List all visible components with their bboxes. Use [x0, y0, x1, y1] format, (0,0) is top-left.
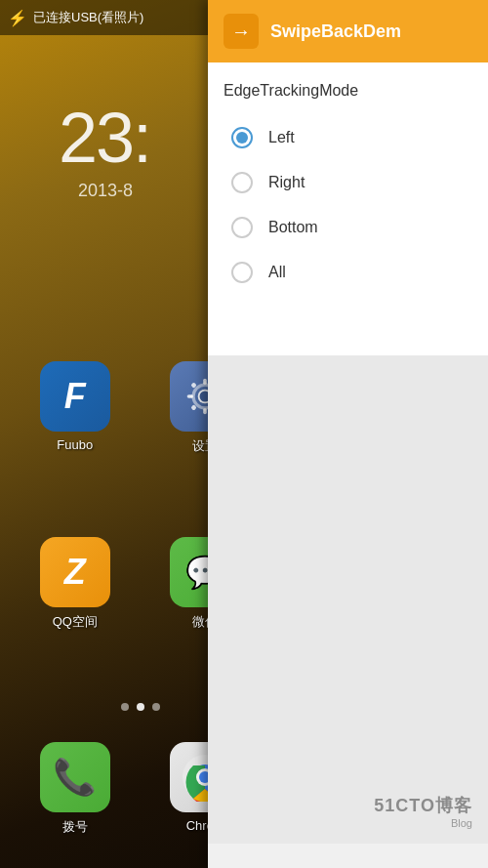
svg-rect-3 [203, 379, 207, 385]
radio-left [231, 127, 253, 148]
panel-header: → SwipeBackDem [208, 0, 488, 62]
arrow-right-icon: → [231, 21, 251, 43]
dot-2 [137, 703, 144, 711]
radio-left-inner [236, 132, 248, 144]
time-display: 23: [59, 98, 150, 178]
option-bottom[interactable]: Bottom [224, 205, 472, 250]
option-all[interactable]: All [224, 250, 472, 295]
fuubo-label: Fuubo [57, 437, 93, 452]
radio-right [231, 172, 253, 193]
usb-icon: ⚡ [8, 9, 27, 27]
option-left[interactable]: Left [224, 115, 472, 160]
watermark-text: 51CTO博客 [374, 794, 472, 817]
watermark: 51CTO博客 Blog [374, 794, 472, 829]
option-right-label: Right [268, 174, 305, 191]
app-phone[interactable]: 📞 拨号 [36, 742, 114, 836]
phone-label: 拨号 [62, 818, 88, 836]
svg-rect-5 [187, 394, 193, 398]
dot-1 [121, 703, 129, 711]
option-all-label: All [268, 264, 286, 281]
radio-all [231, 262, 253, 283]
option-left-label: Left [268, 129, 295, 146]
date-display: 2013-8 [78, 181, 133, 201]
dot-3 [152, 703, 160, 711]
panel-gray-area [208, 355, 488, 844]
panel-content: EdgeTrackingMode Left Right Bottom All [208, 62, 488, 355]
phone-icon: 📞 [40, 742, 110, 812]
app-qq[interactable]: Z QQ空间 [36, 537, 114, 631]
swipeback-panel: → SwipeBackDem EdgeTrackingMode Left Rig… [208, 0, 488, 868]
app-fuubo[interactable]: F Fuubo [36, 361, 114, 455]
status-bar-label: 已连接USB(看照片) [33, 9, 143, 26]
qq-icon: Z [40, 537, 110, 607]
option-bottom-label: Bottom [268, 219, 318, 236]
qq-label: QQ空间 [53, 613, 98, 631]
watermark-sub: Blog [374, 817, 472, 829]
panel-title: SwipeBackDem [270, 21, 401, 42]
section-title: EdgeTrackingMode [224, 82, 472, 100]
panel-header-icon: → [224, 14, 259, 49]
option-right[interactable]: Right [224, 160, 472, 205]
fuubo-icon: F [40, 361, 110, 432]
svg-rect-4 [203, 408, 207, 414]
radio-bottom [231, 217, 253, 238]
